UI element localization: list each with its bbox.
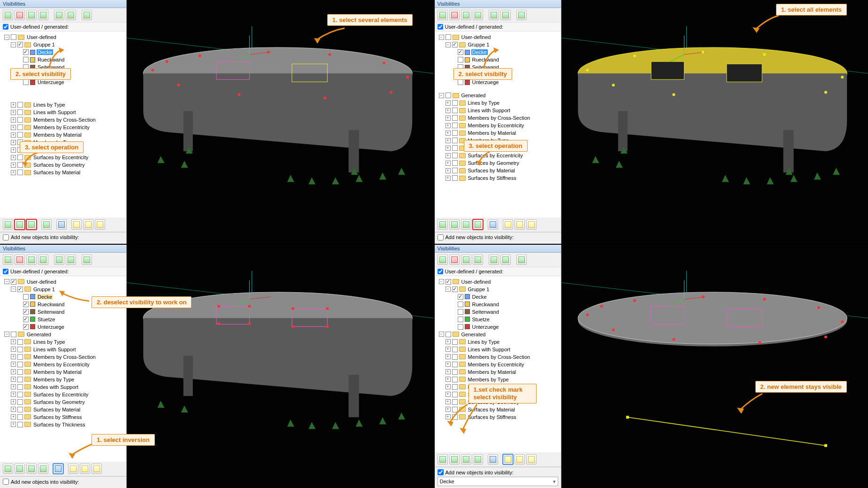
tool-btn-2[interactable] xyxy=(449,255,460,265)
op-btn-6[interactable] xyxy=(503,219,513,230)
node-gen-item[interactable]: Lines with Support xyxy=(467,108,512,113)
node-gen-item[interactable]: Lines by Type xyxy=(467,100,501,106)
add-new-checkbox[interactable] xyxy=(3,479,9,485)
node-gen-item[interactable]: Lines with Support xyxy=(32,109,77,115)
node-gen-item[interactable]: Members by Eccentricity xyxy=(467,362,525,367)
op-btn-1[interactable] xyxy=(438,219,448,230)
op-btn-3[interactable] xyxy=(461,454,471,465)
node-rueckwand[interactable]: Rueckwand xyxy=(37,302,65,307)
op-btn-1[interactable] xyxy=(3,464,13,474)
node-decke[interactable]: Decke xyxy=(37,49,53,55)
tree-view[interactable]: −User-defined −Gruppe 1 Decke Rueckwand … xyxy=(435,276,561,453)
tool-btn-4[interactable] xyxy=(38,255,48,265)
op-btn-8[interactable] xyxy=(526,454,537,465)
expand-userdef[interactable]: − xyxy=(4,35,9,40)
node-unterzuege[interactable]: Unterzuege xyxy=(471,324,500,330)
tool-btn-5[interactable] xyxy=(54,10,64,20)
tool-btn-2[interactable] xyxy=(15,10,25,20)
op-btn-7[interactable] xyxy=(83,219,93,230)
tool-btn-5[interactable] xyxy=(54,255,64,265)
node-gen-item[interactable]: Surfaces by Thickness xyxy=(32,422,86,427)
tool-btn-7[interactable] xyxy=(516,10,527,20)
node-gen-item[interactable]: Members by Cross-Section xyxy=(467,354,531,360)
op-btn-invert[interactable] xyxy=(53,464,63,474)
node-rueckwand[interactable]: Rueckwand xyxy=(471,302,500,307)
node-decke[interactable]: Decke xyxy=(471,49,488,55)
tool-btn-7[interactable] xyxy=(82,255,92,265)
viewport-3d[interactable] xyxy=(561,245,868,488)
add-new-checkbox[interactable] xyxy=(438,234,444,240)
node-gen-item[interactable]: Surfaces by Eccentricity xyxy=(32,155,89,160)
op-btn-3[interactable] xyxy=(26,219,37,230)
node-unterzuege[interactable]: Unterzuege xyxy=(37,324,65,330)
node-gen-item[interactable]: Members by Material xyxy=(32,132,83,138)
userdef-checkbox[interactable] xyxy=(3,269,8,274)
chk-rueckwand[interactable] xyxy=(23,57,29,62)
node-generated[interactable]: Generated xyxy=(461,93,487,98)
userdef-checkbox[interactable] xyxy=(438,269,443,274)
node-userdef[interactable]: User-defined xyxy=(26,279,57,285)
chk-userdef[interactable] xyxy=(11,34,16,40)
visibility-dropdown[interactable]: Decke xyxy=(438,477,558,486)
node-generated[interactable]: Generated xyxy=(461,332,487,337)
node-group1[interactable]: Gruppe 1 xyxy=(467,287,491,292)
node-rueckwand[interactable]: Rueckwand xyxy=(471,57,500,62)
node-group1[interactable]: Gruppe 1 xyxy=(32,42,56,47)
node-gen-item[interactable]: Members by Material xyxy=(467,369,517,375)
node-decke[interactable]: Decke xyxy=(471,294,488,300)
chk-group1[interactable] xyxy=(17,42,23,47)
node-gen-item[interactable]: Surfaces by Geometry xyxy=(32,399,85,405)
node-stuetze[interactable]: Stuetze xyxy=(471,317,491,322)
op-btn-1[interactable] xyxy=(3,219,13,230)
node-gen-item[interactable]: Members by Type xyxy=(32,377,75,382)
node-gen-item[interactable]: Surfaces by Material xyxy=(32,170,81,175)
op-btn-2[interactable] xyxy=(15,464,25,474)
node-stuetze[interactable]: Stuetze xyxy=(37,317,56,322)
op-btn-4[interactable] xyxy=(473,219,483,230)
tool-btn-4[interactable] xyxy=(38,10,48,20)
node-gen-item[interactable]: Lines by Type xyxy=(467,339,501,345)
op-btn-4[interactable] xyxy=(473,454,483,465)
tool-btn-1[interactable] xyxy=(3,10,13,20)
op-btn-2[interactable] xyxy=(449,454,460,465)
op-btn-3[interactable] xyxy=(461,219,471,230)
node-gen-item[interactable]: Surfaces by Eccentricity xyxy=(467,153,524,158)
node-seitenwand[interactable]: Seitenwand xyxy=(471,309,500,315)
node-gen-item[interactable]: Surfaces by Material xyxy=(467,168,516,173)
op-btn-6[interactable] xyxy=(71,219,82,230)
tool-btn-5[interactable] xyxy=(489,10,499,20)
tool-btn-6[interactable] xyxy=(66,255,76,265)
tool-btn-2[interactable] xyxy=(15,255,25,265)
op-btn-8[interactable] xyxy=(95,219,105,230)
node-gen-item[interactable]: Members by Cross-Section xyxy=(32,354,97,360)
node-gen-item[interactable]: Surfaces by Material xyxy=(467,407,516,412)
op-btn-6[interactable] xyxy=(68,464,78,474)
op-btn-1[interactable] xyxy=(438,454,448,465)
node-rueckwand[interactable]: Rueckwand xyxy=(37,57,65,62)
op-btn-3[interactable] xyxy=(26,464,37,474)
node-userdef[interactable]: User-defined xyxy=(461,279,492,285)
node-gen-item[interactable]: Surfaces by Stiffness xyxy=(467,414,517,420)
op-btn-5[interactable] xyxy=(488,219,498,230)
op-btn-6[interactable] xyxy=(503,454,513,465)
node-generated[interactable]: Generated xyxy=(26,332,52,337)
op-btn-2[interactable] xyxy=(15,219,25,230)
node-unterzuege[interactable]: Unterzuege xyxy=(37,79,65,85)
add-new-checkbox[interactable] xyxy=(3,234,9,240)
op-btn-8[interactable] xyxy=(526,219,537,230)
node-group1[interactable]: Gruppe 1 xyxy=(467,42,491,47)
node-seitenwand[interactable]: Seitenwand xyxy=(37,309,66,315)
viewport-3d[interactable] xyxy=(127,0,434,244)
node-gen-item[interactable]: Surfaces by Geometry xyxy=(467,160,520,166)
tool-btn-5[interactable] xyxy=(489,255,499,265)
node-gen-item[interactable]: Members by Cross-Section xyxy=(32,117,97,123)
op-btn-8[interactable] xyxy=(92,464,102,474)
tool-btn-7[interactable] xyxy=(82,10,92,20)
node-gen-item[interactable]: Surfaces by Geometry xyxy=(32,162,85,168)
viewport-3d[interactable] xyxy=(127,245,434,488)
tool-btn-6[interactable] xyxy=(66,10,76,20)
tool-btn-1[interactable] xyxy=(3,255,13,265)
tree-view[interactable]: −User-defined −Gruppe 1 Decke Rueckwand … xyxy=(0,31,126,217)
tool-btn-3[interactable] xyxy=(26,255,37,265)
node-gen-item[interactable]: Surfaces by Stiffness xyxy=(467,175,517,181)
